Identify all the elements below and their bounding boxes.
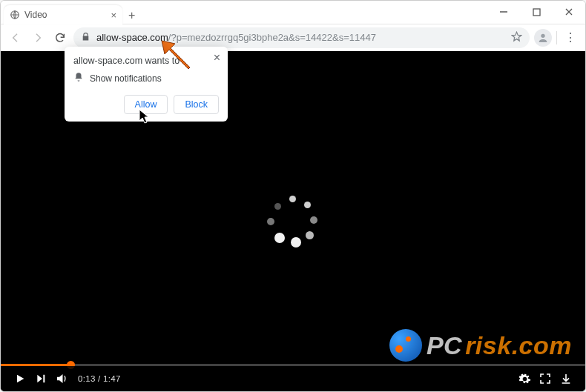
play-button[interactable] [10, 368, 30, 389]
video-time-display: 0:13 / 1:47 [78, 374, 121, 383]
popup-heading: allow-space.com wants to [73, 56, 219, 66]
watermark: PCrisk.com [389, 329, 572, 362]
video-controls: 0:13 / 1:47 [1, 366, 585, 391]
next-button[interactable] [30, 368, 51, 389]
allow-button[interactable]: Allow [124, 95, 168, 114]
minimize-button[interactable] [487, 1, 520, 23]
tab-strip: Video × + [1, 1, 487, 24]
watermark-logo-icon [389, 329, 422, 362]
duration-time: 1:47 [103, 374, 121, 383]
toolbar-divider [556, 31, 557, 44]
browser-tab-video[interactable]: Video × [4, 5, 122, 24]
current-time: 0:13 [78, 374, 96, 383]
back-button[interactable] [7, 29, 24, 47]
watermark-text-2: risk.com [465, 331, 572, 360]
window-titlebar: Video × + [1, 1, 585, 24]
maximize-button[interactable] [520, 1, 553, 23]
block-button[interactable]: Block [174, 95, 219, 114]
url-path: /?p=mezdozrrgq5gi3bphe2a&s=14422&s=11447 [168, 32, 376, 43]
notification-permission-popup: × allow-space.com wants to Show notifica… [65, 47, 228, 122]
window-buttons [487, 1, 585, 23]
svg-point-5 [541, 33, 544, 37]
new-tab-button[interactable]: + [128, 8, 135, 21]
forward-button[interactable] [29, 29, 47, 47]
fullscreen-button[interactable] [535, 368, 556, 389]
settings-gear-icon[interactable] [514, 368, 535, 389]
url-host: allow-space.com [96, 32, 168, 43]
close-window-button[interactable] [553, 1, 585, 23]
lock-icon [81, 32, 90, 44]
svg-rect-2 [533, 9, 540, 16]
popup-line: Show notifications [90, 73, 162, 84]
menu-button[interactable]: ⋮ [562, 29, 579, 47]
address-bar[interactable]: allow-space.com/?p=mezdozrrgq5gi3bphe2a&… [73, 27, 530, 48]
bookmark-star-icon[interactable] [511, 31, 522, 44]
reload-button[interactable] [51, 29, 69, 47]
close-popup-button[interactable]: × [214, 51, 220, 64]
tab-title: Video [24, 10, 47, 20]
close-tab-icon[interactable]: × [111, 10, 116, 20]
globe-icon [10, 10, 20, 20]
volume-button[interactable] [51, 368, 72, 389]
download-button[interactable] [556, 368, 576, 389]
url-text: allow-space.com/?p=mezdozrrgq5gi3bphe2a&… [96, 32, 376, 43]
bell-icon [73, 72, 84, 84]
watermark-text-1: PC [427, 331, 462, 360]
loading-spinner [267, 196, 319, 248]
profile-avatar[interactable] [534, 29, 552, 47]
